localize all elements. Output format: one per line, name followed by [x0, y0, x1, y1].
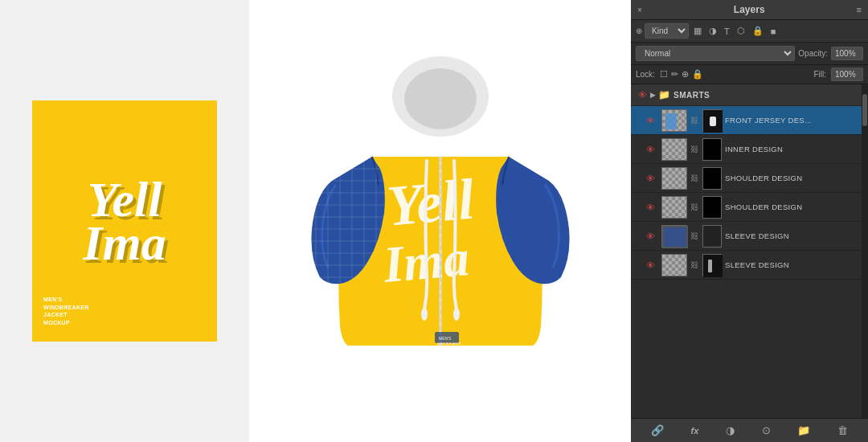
filter-icon-type[interactable]: T	[722, 26, 732, 37]
layers-toolbar: 🔗 fx ◑ ⊙ 📁 🗑	[631, 418, 868, 442]
layer-item[interactable]: 👁 ⛓ FRONT JERSEY DES...	[631, 106, 862, 135]
poster-tagline: Men'sWindbreakerJacketMockup	[43, 296, 89, 327]
layer-name-2: INNER DESIGN	[725, 145, 857, 153]
layer-group-header[interactable]: 👁 ▶ 📁 SMARTS	[631, 84, 862, 106]
layer-chain-6: ⛓	[690, 260, 698, 269]
lock-row: Lock: ☐ ✏ ⊕ 🔒 Fill:	[631, 65, 868, 84]
link-button[interactable]: 🔗	[648, 423, 667, 438]
layer-name-4: SHOULDER DESIGN	[725, 203, 857, 211]
blend-mode-select[interactable]: Normal	[636, 46, 795, 61]
layer-eye-4[interactable]: 👁	[644, 201, 657, 214]
layer-thumb-5	[661, 225, 687, 248]
poster-line2: Ima	[83, 218, 166, 268]
scrollbar-track[interactable]	[862, 84, 868, 418]
layer-item[interactable]: 👁 ⛓ INNER DESIGN	[631, 135, 862, 164]
filter-select[interactable]: Kind	[645, 23, 689, 39]
layer-name-5: SLEEVE DESIGN	[725, 231, 857, 240]
layer-item[interactable]: 👁 ⛓ SHOULDER DESIGN	[631, 164, 862, 193]
layer-mask-5	[702, 225, 722, 248]
svg-rect-34	[708, 260, 712, 272]
layer-thumb-6	[661, 254, 687, 276]
fill-label: Fill:	[813, 70, 826, 79]
svg-text:Yell: Yell	[384, 166, 477, 238]
layer-eye-3[interactable]: 👁	[644, 172, 657, 185]
mask-button[interactable]: ⊙	[759, 423, 774, 438]
panel-menu-icon[interactable]: ≡	[857, 5, 862, 14]
layer-eye-5[interactable]: 👁	[644, 230, 657, 243]
layer-mask-2	[702, 138, 722, 161]
poster: Yell Ima Men'sWindbreakerJacketMockup	[32, 100, 217, 342]
group-visibility-eye[interactable]: 👁	[636, 88, 649, 101]
svg-rect-33	[703, 255, 723, 277]
fx-button[interactable]: fx	[688, 424, 702, 437]
group-button[interactable]: 📁	[794, 423, 813, 438]
filter-icon-smart[interactable]: 🔒	[750, 25, 766, 37]
filter-icon-pixel[interactable]: ▦	[691, 25, 704, 37]
svg-rect-28	[665, 113, 677, 129]
layer-chain-2: ⛓	[690, 145, 698, 153]
adjustment-button[interactable]: ◑	[723, 423, 738, 438]
layer-name-6: SLEEVE DESIGN	[725, 260, 857, 269]
blend-row: Normal Opacity:	[631, 43, 868, 65]
opacity-input[interactable]	[831, 47, 863, 60]
layers-content: 👁 ▶ 📁 SMARTS 👁 ⛓	[631, 84, 868, 418]
layers-panel: × Layers ≡ ⊕ Kind ▦ ◑ T ⬡ 🔒 ■ Normal Opa…	[631, 0, 868, 442]
layer-name-1: FRONT JERSEY DES...	[725, 116, 857, 125]
svg-rect-30	[710, 117, 716, 126]
center-panel: Yell Ima MEN'S WINDBREAKER	[249, 0, 631, 442]
jacket-container: Yell Ima MEN'S WINDBREAKER	[308, 52, 573, 390]
svg-point-1	[404, 68, 477, 129]
fill-input[interactable]	[831, 68, 863, 81]
svg-point-6	[421, 308, 428, 321]
panel-close-button[interactable]: ×	[637, 6, 642, 14]
lock-all-icon[interactable]: 🔒	[692, 69, 703, 80]
layer-mask-1	[702, 109, 722, 132]
layer-eye-2[interactable]: 👁	[644, 143, 657, 156]
layer-item[interactable]: 👁 ⛓ SLEEVE DESIGN	[631, 251, 862, 280]
layer-thumb-2	[661, 138, 687, 161]
filter-icon-shape[interactable]: ⬡	[735, 25, 747, 37]
lock-pixels-icon[interactable]: ✏	[671, 69, 678, 80]
lock-transparency-icon[interactable]: ☐	[660, 69, 668, 80]
layer-item[interactable]: 👁 ⛓ SLEEVE DESIGN	[631, 222, 862, 251]
layers-list: 👁 ▶ 📁 SMARTS 👁 ⛓	[631, 84, 862, 418]
panel-title: Layers	[734, 4, 765, 15]
group-folder-icon: 📁	[658, 89, 670, 100]
layer-thumb-1	[661, 109, 687, 132]
layer-chain-1: ⛓	[690, 116, 698, 125]
layer-item[interactable]: 👁 ⛓ SHOULDER DESIGN	[631, 193, 862, 222]
layer-mask-6	[702, 254, 722, 276]
svg-point-7	[453, 308, 460, 321]
layer-thumb-3	[661, 167, 687, 190]
scrollbar-thumb[interactable]	[862, 94, 867, 126]
filter-label: ⊕	[636, 27, 642, 35]
filter-bar: ⊕ Kind ▦ ◑ T ⬡ 🔒 ■	[631, 20, 868, 43]
lock-position-icon[interactable]: ⊕	[682, 69, 689, 80]
lock-icons: ☐ ✏ ⊕ 🔒	[660, 69, 703, 80]
svg-rect-32	[664, 227, 686, 247]
layer-eye-1[interactable]: 👁	[644, 114, 657, 127]
opacity-label: Opacity:	[798, 49, 828, 58]
jacket-svg: Yell Ima MEN'S WINDBREAKER	[308, 52, 573, 390]
layer-chain-4: ⛓	[690, 203, 698, 211]
svg-text:MEN'S: MEN'S	[439, 336, 452, 341]
svg-text:WINDBREAKER: WINDBREAKER	[437, 342, 461, 346]
layer-chain-3: ⛓	[690, 174, 698, 182]
lock-label: Lock:	[636, 70, 655, 79]
group-name: SMARTS	[674, 91, 710, 100]
layer-mask-4	[702, 196, 722, 219]
layer-eye-6[interactable]: 👁	[644, 259, 657, 272]
delete-button[interactable]: 🗑	[834, 423, 851, 438]
layer-chain-5: ⛓	[690, 231, 698, 240]
left-panel: Yell Ima Men'sWindbreakerJacketMockup	[0, 0, 249, 442]
layer-thumb-4	[661, 196, 687, 219]
layer-name-3: SHOULDER DESIGN	[725, 174, 857, 182]
layer-mask-3	[702, 167, 722, 190]
filter-icon-selected[interactable]: ■	[768, 26, 779, 37]
panel-header: × Layers ≡	[631, 0, 868, 20]
group-expand-arrow[interactable]: ▶	[650, 91, 656, 99]
filter-icon-adjust[interactable]: ◑	[706, 25, 719, 37]
